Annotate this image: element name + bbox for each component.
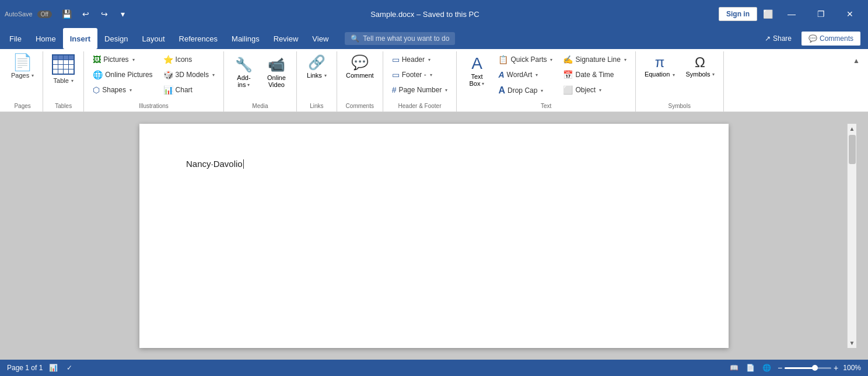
signin-button[interactable]: Sign in <box>719 7 757 21</box>
menu-view[interactable]: View <box>305 28 335 49</box>
pages-label: Pages <box>11 72 29 79</box>
icons-button[interactable]: ⭐ Icons <box>159 53 219 67</box>
table-label: Table <box>54 77 69 85</box>
menu-mailings[interactable]: Mailings <box>225 28 267 49</box>
pages-button[interactable]: 📄 Pages ▾ <box>7 51 38 93</box>
search-icon: 🔍 <box>351 34 359 43</box>
restore-ribbon-icon[interactable]: ⬜ <box>760 6 776 22</box>
footer-button[interactable]: ▭ Footer - ▾ <box>388 68 452 82</box>
page-number-arrow: ▾ <box>445 88 447 93</box>
3d-models-button[interactable]: 🎲 3D Models ▾ <box>159 68 219 82</box>
online-pictures-button[interactable]: 🌐 Online Pictures <box>89 68 156 82</box>
table-icon <box>52 54 75 75</box>
text-box-button[interactable]: A Text Box ▾ <box>461 51 492 93</box>
redo-icon[interactable]: ↪ <box>96 6 113 22</box>
zoom-track[interactable] <box>785 367 831 369</box>
menu-review[interactable]: Review <box>267 28 306 49</box>
pictures-button[interactable]: 🖼 Pictures ▾ <box>89 53 156 67</box>
spelling-check-icon[interactable]: ✓ <box>64 362 75 374</box>
read-mode-icon[interactable]: 📖 <box>729 362 740 374</box>
media-group-label: Media <box>229 102 292 112</box>
share-icon: ↗ <box>765 34 771 43</box>
document-content[interactable]: Nancy·Davolio <box>186 159 682 169</box>
links-button[interactable]: 🔗 Links ▾ <box>302 51 332 93</box>
equation-button[interactable]: π Equation ▾ <box>640 51 680 93</box>
scroll-down-button[interactable]: ▼ <box>849 338 855 348</box>
save-icon[interactable]: 💾 <box>59 6 75 22</box>
header-button[interactable]: ▭ Header ▾ <box>388 53 452 67</box>
online-video-button[interactable]: 📹 Online Video <box>261 54 292 96</box>
ribbon-group-links: 🔗 Links ▾ Links <box>299 51 337 112</box>
menu-home[interactable]: Home <box>29 28 63 49</box>
add-ins-button[interactable]: 🔧 Add- ins ▾ <box>229 54 259 96</box>
web-layout-icon[interactable]: 🌐 <box>761 362 773 374</box>
status-bar: Page 1 of 1 📊 ✓ 📖 📄 🌐 − + 100% <box>0 360 868 376</box>
shapes-arrow: ▾ <box>130 88 132 93</box>
shapes-button[interactable]: ⬡ Shapes ▾ <box>89 83 156 97</box>
signature-icon: ✍ <box>563 55 573 64</box>
menu-file[interactable]: File <box>2 28 29 49</box>
status-bar-left: Page 1 of 1 📊 ✓ <box>7 362 729 374</box>
page-number-button[interactable]: # Page Number ▾ <box>388 83 452 97</box>
document-text[interactable]: Nancy·Davolio <box>186 159 243 169</box>
icons-label: Icons <box>176 55 192 64</box>
quick-parts-icon: 📋 <box>498 55 508 64</box>
pictures-icon: 🖼 <box>93 55 101 64</box>
print-layout-icon[interactable]: 📄 <box>745 362 757 374</box>
date-time-button[interactable]: 📅 Date & Time <box>559 68 630 82</box>
maximize-button[interactable]: ❐ <box>807 0 834 28</box>
close-button[interactable]: ✕ <box>836 0 863 28</box>
scroll-up-button[interactable]: ▲ <box>849 124 855 134</box>
menu-references[interactable]: References <box>172 28 225 49</box>
object-label: Object <box>575 86 596 94</box>
header-arrow: ▾ <box>428 57 430 62</box>
symbols-button[interactable]: Ω Symbols ▾ <box>681 51 718 93</box>
menu-bar: File Home Insert Design Layout Reference… <box>0 28 868 49</box>
ribbon-group-illustrations: 🖼 Pictures ▾ 🌐 Online Pictures ⬡ Shapes … <box>86 51 224 112</box>
share-button[interactable]: ↗ Share <box>758 32 799 46</box>
comment-icon: 💬 <box>808 34 817 43</box>
menu-layout[interactable]: Layout <box>135 28 172 49</box>
separator: – <box>416 10 423 19</box>
menu-design[interactable]: Design <box>97 28 135 49</box>
text-group-label: Text <box>461 102 630 112</box>
scrollbar-vertical[interactable]: ▲ ▼ <box>847 124 856 348</box>
signature-line-button[interactable]: ✍ Signature Line ▾ <box>559 53 630 67</box>
minimize-button[interactable]: — <box>778 0 805 28</box>
zoom-slider[interactable]: − + <box>778 363 838 372</box>
ribbon-group-text: A Text Box ▾ 📋 Quick Parts ▾ A WordArt <box>459 51 635 112</box>
comment-button[interactable]: 💬 Comment <box>342 51 378 93</box>
zoom-plus[interactable]: + <box>834 363 838 372</box>
3d-models-label: 3D Models <box>176 71 209 79</box>
symbols-icon: Ω <box>695 54 705 71</box>
zoom-minus[interactable]: − <box>778 363 782 372</box>
wordart-button[interactable]: A WordArt ▾ <box>494 68 556 82</box>
footer-icon: ▭ <box>392 70 400 79</box>
autosave-toggle[interactable]: Off <box>37 11 52 18</box>
page-info: Page 1 of 1 <box>7 364 43 372</box>
ribbon-group-symbols: π Equation ▾ Ω Symbols ▾ Symbols <box>638 51 724 112</box>
quick-parts-button[interactable]: 📋 Quick Parts ▾ <box>494 53 556 67</box>
comment-ribbon-icon: 💬 <box>351 54 369 71</box>
table-button[interactable]: Table ▾ <box>48 51 79 93</box>
zoom-thumb[interactable] <box>812 365 818 371</box>
scroll-thumb[interactable] <box>849 135 856 164</box>
search-box[interactable]: 🔍 Tell me what you want to do <box>345 32 455 45</box>
customize-qat-icon[interactable]: ▾ <box>115 6 131 22</box>
ribbon-collapse-button[interactable]: ▲ <box>849 54 863 68</box>
add-ins-icon: 🔧 <box>235 57 253 73</box>
title-bar-left: AutoSave Off 💾 ↩ ↪ ▾ <box>5 6 131 22</box>
comments-button[interactable]: 💬 Comments <box>801 31 861 46</box>
word-count-icon[interactable]: 📊 <box>47 362 59 374</box>
cursor <box>243 159 244 169</box>
chart-icon: 📊 <box>163 85 173 95</box>
chart-button[interactable]: 📊 Chart <box>159 83 219 97</box>
drop-cap-button[interactable]: A Drop Cap ▾ <box>494 83 556 98</box>
ribbon-group-tables: Table ▾ Tables <box>46 51 84 112</box>
object-button[interactable]: ⬜ Object ▾ <box>559 83 630 97</box>
chart-label: Chart <box>176 86 192 94</box>
menu-insert[interactable]: Insert <box>63 28 97 49</box>
pictures-label: Pictures <box>103 55 128 64</box>
comments-group-label: Comments <box>342 102 378 112</box>
undo-icon[interactable]: ↩ <box>78 6 94 22</box>
